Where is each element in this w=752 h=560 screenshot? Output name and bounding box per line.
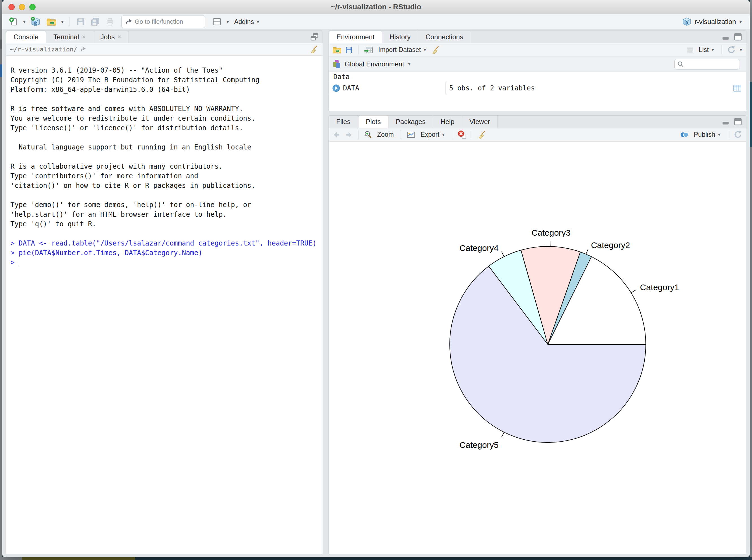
tab-jobs[interactable]: Jobs × (93, 31, 129, 43)
next-plot-icon[interactable] (344, 130, 353, 139)
export-plot-icon[interactable] (406, 130, 416, 140)
minimize-pane-icon[interactable] (721, 117, 730, 126)
new-project-icon: R (30, 16, 41, 27)
pane-layout-caret[interactable]: ▾ (226, 19, 230, 25)
export-plot-button[interactable]: Export ▾ (419, 130, 447, 140)
tab-terminal[interactable]: Terminal × (46, 31, 93, 43)
close-window-button[interactable] (8, 4, 15, 10)
workspace-panes-button[interactable] (211, 16, 223, 28)
tab-connections[interactable]: Connections (418, 31, 471, 43)
console-text-line (11, 229, 320, 238)
console-text-line: Natural language support but running in … (11, 142, 320, 152)
refresh-plot-icon[interactable] (733, 130, 743, 140)
import-dataset-caret: ▾ (423, 47, 427, 53)
tab-history[interactable]: History (382, 31, 419, 43)
save-workspace-icon[interactable] (345, 46, 353, 54)
save-icon (76, 17, 85, 26)
maximize-pane-icon[interactable] (733, 117, 743, 126)
environment-scope-row: Global Environment ▾ (329, 57, 746, 72)
console-text-line: Type 'contributors()' for more informati… (11, 171, 320, 181)
toolbar-separator (728, 130, 728, 139)
background-selection-fragment (0, 64, 2, 77)
new-project-button[interactable]: R (29, 15, 42, 28)
goto-file-box[interactable] (121, 16, 205, 28)
console-text-line: Type 'demo()' for some demos, 'help()' f… (11, 200, 320, 209)
import-dataset-icon[interactable] (364, 45, 374, 55)
minimize-pane-icon[interactable] (721, 33, 730, 42)
clear-all-plots-icon[interactable] (477, 130, 486, 139)
tab-viewer[interactable]: Viewer (462, 116, 498, 128)
refresh-environment-caret[interactable]: ▾ (739, 47, 743, 53)
environment-scope-caret[interactable]: ▾ (408, 61, 411, 67)
open-recent-caret[interactable]: ▾ (61, 19, 64, 25)
desktop-edge-right (750, 0, 752, 560)
refresh-environment-icon[interactable] (727, 45, 736, 55)
minimize-window-button[interactable] (19, 4, 25, 10)
new-file-caret[interactable]: ▾ (23, 19, 26, 25)
environment-object-row[interactable]: DATA 5 obs. of 2 variables (329, 82, 746, 94)
zoom-window-button[interactable] (29, 4, 36, 10)
maximize-pane-icon[interactable] (733, 32, 743, 42)
console-text-line: Platform: x86_64-apple-darwin15.6.0 (64-… (11, 85, 320, 94)
environment-tabbar: Environment History Connections (329, 31, 746, 43)
plots-pane: Files Plots Packages Help Viewer (328, 115, 746, 554)
toolbar-separator (69, 17, 69, 26)
remove-plot-icon[interactable] (458, 130, 467, 140)
toolbar-separator (358, 45, 359, 55)
pane-layout-icon (212, 17, 222, 27)
tab-packages[interactable]: Packages (388, 116, 433, 128)
save-all-button[interactable] (89, 16, 101, 28)
console-text-line (11, 191, 320, 200)
goto-file-input[interactable] (135, 18, 216, 25)
clear-console-icon[interactable] (310, 45, 319, 54)
console-text-line (11, 94, 320, 104)
pie-label-tick (631, 290, 636, 293)
tab-environment[interactable]: Environment (329, 31, 382, 43)
list-view-icon[interactable] (686, 46, 694, 54)
save-all-icon (90, 17, 100, 26)
pie-label-Category3: Category3 (531, 228, 570, 237)
project-menu-button[interactable]: R r-visualization ▾ (679, 16, 745, 28)
view-table-icon[interactable] (732, 84, 742, 93)
window-titlebar[interactable]: ~/r-visualization - RStudio (2, 0, 750, 14)
console-text-line: Type 'license()' or 'licence()' for dist… (11, 123, 320, 133)
tab-plots[interactable]: Plots (358, 116, 388, 128)
addins-button[interactable]: Addins ▾ (232, 17, 262, 27)
publish-caret: ▾ (717, 132, 721, 138)
working-directory: ~/r-visualization/ (10, 46, 77, 53)
save-button[interactable] (75, 16, 86, 28)
clear-environment-icon[interactable] (431, 45, 440, 55)
environment-scope-label[interactable]: Global Environment (345, 60, 404, 68)
environment-pane: Environment History Connections (328, 31, 746, 111)
plots-tabbar: Files Plots Packages Help Viewer (329, 116, 746, 128)
restore-panes-icon[interactable] (310, 32, 319, 42)
zoom-plot-icon[interactable] (364, 130, 372, 139)
traffic-lights (8, 0, 36, 14)
previous-plot-icon[interactable] (332, 130, 341, 139)
print-button[interactable] (104, 16, 116, 28)
plot-canvas: Category1Category2Category3Category4Cate… (329, 142, 746, 554)
list-view-caret: ▾ (711, 47, 715, 53)
console-text-line: You are welcome to redistribute it under… (11, 114, 320, 123)
expand-object-icon[interactable] (332, 84, 340, 92)
publish-icon[interactable] (680, 130, 689, 139)
toolbar-separator (452, 130, 452, 139)
environment-toolbar: Import Dataset ▾ List ▾ ▾ (329, 43, 746, 57)
tab-console[interactable]: Console (6, 31, 46, 43)
open-in-files-icon[interactable] (80, 46, 87, 53)
publish-button[interactable]: Publish ▾ (692, 130, 723, 140)
import-dataset-button[interactable]: Import Dataset ▾ (377, 45, 428, 55)
load-workspace-icon[interactable] (332, 45, 342, 55)
tab-help[interactable]: Help (433, 116, 462, 128)
list-view-button[interactable]: List ▾ (697, 45, 716, 55)
new-file-button[interactable] (7, 16, 20, 28)
tab-files[interactable]: Files (329, 116, 358, 128)
environment-search-input[interactable] (686, 61, 737, 67)
console-text-line: Type 'q()' to quit R. (11, 219, 320, 229)
open-file-button[interactable] (45, 16, 58, 28)
zoom-plot-button[interactable]: Zoom (375, 130, 395, 140)
environment-search-box[interactable] (674, 59, 740, 69)
close-tab-icon[interactable]: × (118, 33, 121, 41)
close-tab-icon[interactable]: × (82, 33, 86, 41)
console-output[interactable]: R version 3.6.1 (2019-07-05) -- "Action … (6, 56, 323, 554)
